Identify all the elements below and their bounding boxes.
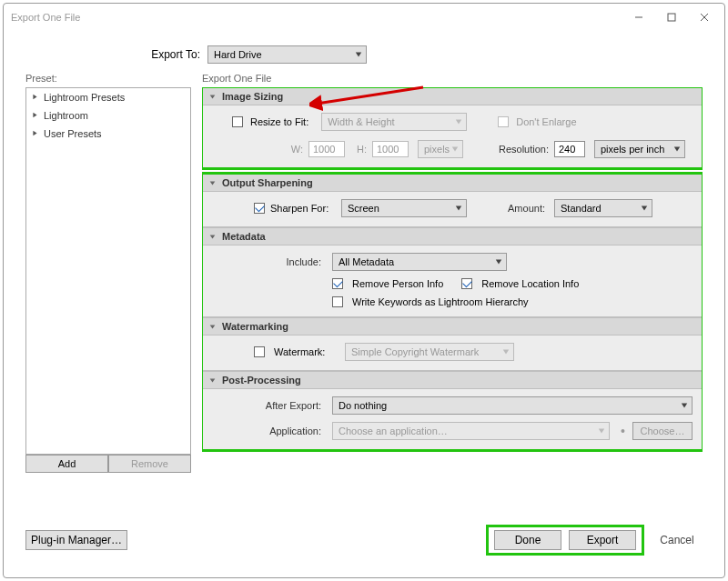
resize-to-fit-checkbox[interactable] <box>232 116 243 127</box>
write-keywords-checkbox[interactable] <box>332 296 343 307</box>
svg-marker-7 <box>33 131 36 136</box>
preset-heading: Preset: <box>25 73 57 84</box>
svg-marker-16 <box>642 206 647 211</box>
svg-marker-13 <box>674 147 680 152</box>
resolution-units-select[interactable]: pixels per inch <box>594 140 685 158</box>
cancel-button[interactable]: Cancel <box>652 534 703 546</box>
svg-rect-1 <box>668 14 675 21</box>
after-export-select[interactable]: Do nothing <box>332 396 693 415</box>
chevron-down-icon <box>681 400 688 411</box>
preset-buttons: Add Remove <box>25 455 191 473</box>
preset-folder[interactable]: User Presets <box>26 125 190 143</box>
chevron-down-icon <box>455 116 462 127</box>
amount-label: Amount: <box>472 203 545 214</box>
amount-select[interactable]: Standard <box>554 199 652 217</box>
image-sizing-header[interactable]: Image Sizing <box>202 87 703 105</box>
svg-marker-22 <box>682 404 687 408</box>
sharpen-for-label: Sharpen For: <box>270 203 336 214</box>
caret-down-icon <box>208 91 217 102</box>
watermark-checkbox[interactable] <box>254 346 265 357</box>
svg-marker-6 <box>33 113 36 118</box>
chevron-down-icon <box>673 144 681 155</box>
svg-marker-18 <box>496 260 501 265</box>
watermark-select: Simple Copyright Watermark <box>345 343 514 361</box>
sharpen-for-checkbox[interactable] <box>254 203 265 214</box>
write-keywords-label: Write Keywords as Lightroom Hierarchy <box>352 296 529 307</box>
dont-enlarge-label: Don't Enlarge <box>516 116 576 127</box>
svg-marker-21 <box>210 378 216 382</box>
export-to-select[interactable]: Hard Drive <box>207 45 367 64</box>
done-export-highlight: Done Export <box>486 525 644 556</box>
caret-right-icon <box>32 92 38 103</box>
settings-panel: Image Sizing Resize to Fit: Width & Heig… <box>202 87 703 473</box>
window-controls <box>622 6 721 28</box>
preset-folder[interactable]: Lightroom Presets <box>26 88 190 106</box>
remove-preset-button: Remove <box>108 455 191 473</box>
caret-down-icon <box>208 375 217 386</box>
svg-marker-10 <box>210 95 216 98</box>
caret-right-icon <box>32 110 38 121</box>
chevron-down-icon <box>495 256 502 267</box>
caret-down-icon <box>208 321 217 332</box>
output-sharpening-header[interactable]: Output Sharpening <box>202 174 703 192</box>
post-processing-header[interactable]: Post-Processing <box>202 371 703 389</box>
include-label: Include: <box>212 256 321 267</box>
application-select: Choose an application… <box>332 422 610 440</box>
export-button[interactable]: Export <box>569 530 636 550</box>
remove-person-checkbox[interactable] <box>332 278 343 289</box>
export-to-label: Export To: <box>9 48 200 61</box>
section-title: Post-Processing <box>222 375 301 386</box>
caret-down-icon <box>208 231 217 242</box>
lower-sections-highlight: Output Sharpening Sharpen For: Screen Am… <box>202 174 703 450</box>
svg-marker-15 <box>456 206 461 211</box>
section-title: Output Sharpening <box>222 177 313 188</box>
remove-person-label: Remove Person Info <box>352 278 443 289</box>
export-to-value: Hard Drive <box>214 49 262 60</box>
remove-location-label: Remove Location Info <box>481 278 579 289</box>
minimize-button[interactable] <box>622 6 655 28</box>
close-button[interactable] <box>688 6 721 28</box>
add-preset-button[interactable]: Add <box>25 455 108 473</box>
fit-mode-select: Width & Height <box>321 113 467 131</box>
export-one-file-heading: Export One File <box>202 73 271 84</box>
chevron-down-icon <box>502 346 510 357</box>
chevron-down-icon <box>455 203 462 214</box>
resolution-field[interactable]: 240 <box>554 141 585 157</box>
svg-marker-5 <box>33 95 36 100</box>
watermarking-header[interactable]: Watermarking <box>202 317 703 336</box>
bullet-separator: • <box>621 424 625 438</box>
chevron-down-icon <box>598 426 605 436</box>
footer: Plug-in Manager… Done Export Cancel <box>9 519 719 561</box>
svg-marker-20 <box>503 350 509 355</box>
maximize-button[interactable] <box>655 6 688 28</box>
svg-marker-19 <box>210 325 216 328</box>
caret-right-icon <box>32 128 38 139</box>
svg-marker-12 <box>452 147 458 152</box>
chevron-down-icon <box>451 144 459 155</box>
export-dialog: Export One File Export To: Hard Drive Pr… <box>0 0 728 581</box>
section-title: Metadata <box>222 231 266 242</box>
after-export-label: After Export: <box>212 400 321 411</box>
svg-marker-11 <box>456 120 461 125</box>
units-select: pixels <box>418 140 463 158</box>
preset-panel[interactable]: Lightroom Presets Lightroom User Presets <box>25 87 191 455</box>
width-field: 1000 <box>308 141 345 157</box>
section-title: Image Sizing <box>222 91 283 102</box>
window-title: Export One File <box>7 12 80 23</box>
preset-label: Lightroom <box>44 110 88 121</box>
chevron-down-icon <box>355 49 362 60</box>
svg-marker-23 <box>599 429 604 434</box>
metadata-header[interactable]: Metadata <box>202 227 703 245</box>
caret-down-icon <box>208 177 217 188</box>
done-button[interactable]: Done <box>494 530 561 550</box>
include-select[interactable]: All Metadata <box>332 253 507 271</box>
plugin-manager-button[interactable]: Plug-in Manager… <box>25 530 127 550</box>
sharpen-for-select[interactable]: Screen <box>341 199 467 217</box>
preset-folder[interactable]: Lightroom <box>26 106 190 125</box>
choose-button: Choose… <box>632 422 693 440</box>
section-title: Watermarking <box>222 321 288 332</box>
image-sizing-highlight: Image Sizing Resize to Fit: Width & Heig… <box>202 87 703 168</box>
remove-location-checkbox[interactable] <box>461 278 472 289</box>
resize-to-fit-label: Resize to Fit: <box>250 116 308 127</box>
preset-label: Lightroom Presets <box>44 92 125 103</box>
